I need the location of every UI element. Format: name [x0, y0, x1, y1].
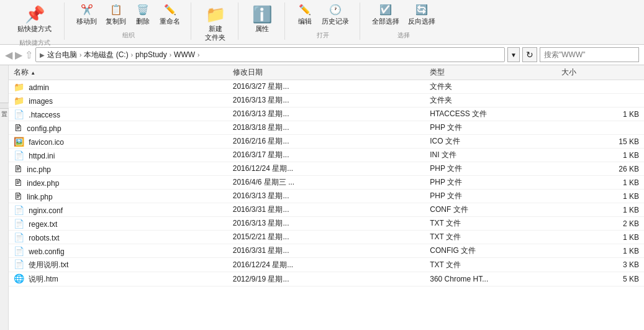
table-row[interactable]: 📄 robots.txt 2015/2/21 星期... TXT 文件 1 KB	[9, 231, 644, 244]
table-row[interactable]: 📄 .htaccess 2016/3/13 星期... HTACCESS 文件 …	[9, 108, 644, 121]
file-size: 2 KB	[556, 217, 644, 231]
copy-button[interactable]: 📋 复制到	[102, 2, 129, 27]
table-row[interactable]: 📄 nginx.conf 2016/3/31 星期... CONF 文件 1 K…	[9, 203, 644, 217]
select-all-icon: ☑️	[379, 4, 392, 17]
sort-name-icon: ▲	[30, 70, 35, 76]
history-icon: 🕐	[329, 4, 342, 17]
properties-icon: ℹ️	[252, 5, 272, 24]
file-type: 文件夹	[425, 94, 556, 108]
nav-back-icon[interactable]: ◀	[5, 49, 12, 61]
nav-up-icon[interactable]: ⇧	[25, 49, 33, 61]
file-type: 文件夹	[425, 80, 556, 94]
table-row[interactable]: 📄 regex.txt 2016/3/13 星期... TXT 文件 2 KB	[9, 217, 644, 231]
file-date: 2016/3/31 星期...	[228, 203, 425, 217]
main-area: 置 名称 ▲ 修改日期 类型 大小 📁 admin 2016/3/27	[0, 65, 644, 330]
file-size: 1 KB	[556, 108, 644, 121]
file-size: 3 KB	[556, 258, 644, 272]
file-icon: 🖹	[14, 191, 22, 201]
file-name: 使用说明.txt	[29, 260, 68, 269]
move-button[interactable]: ✂️ 移动到	[73, 2, 100, 27]
file-type: TXT 文件	[425, 231, 556, 244]
toolbar-group-new: 📁 新建 文件夹 新建	[193, 2, 238, 40]
address-bar: ◀ ▶ ⇧ ▶ 这台电脑 › 本地磁盘 (C:) › phpStudy › WW…	[0, 45, 644, 65]
file-name: .htaccess	[29, 111, 60, 119]
table-row[interactable]: 📄 web.config 2016/3/31 星期... CONFIG 文件 1…	[9, 244, 644, 258]
table-row[interactable]: 🖹 index.php 2016/4/6 星期三 ... PHP 文件 1 KB	[9, 176, 644, 190]
toolbar-group-pin-label: 贴快捷方式	[19, 36, 50, 47]
toolbar-group-organize: ✂️ 移动到 📋 复制到 🗑️ 删除 ✏️ 重命名 组织	[66, 2, 191, 40]
file-size	[556, 94, 644, 108]
file-size	[556, 121, 644, 135]
col-header-size[interactable]: 大小	[556, 65, 644, 80]
path-segment-phpstudy[interactable]: phpStudy	[135, 50, 167, 59]
path-segment-www[interactable]: WWW	[174, 50, 195, 59]
file-name: favicon.ico	[29, 138, 64, 147]
path-segment-computer[interactable]: 这台电脑	[47, 50, 77, 60]
history-button[interactable]: 🕐 历史记录	[319, 2, 352, 27]
file-icon: 🖹	[14, 164, 22, 174]
file-name: link.php	[27, 193, 52, 201]
file-name: admin	[29, 83, 49, 92]
file-type: ICO 文件	[425, 135, 556, 149]
select-all-button[interactable]: ☑️ 全部选择	[369, 2, 402, 27]
file-date: 2016/3/27 星期...	[228, 80, 425, 94]
table-row[interactable]: 🖹 inc.php 2016/12/24 星期... PHP 文件 26 KB	[9, 162, 644, 176]
path-segment-disk[interactable]: 本地磁盘 (C:)	[84, 50, 128, 60]
address-path[interactable]: ▶ 这台电脑 › 本地磁盘 (C:) › phpStudy › WWW ›	[35, 47, 505, 62]
table-row[interactable]: 🌐 说明.htm 2012/9/19 星期... 360 Chrome HT..…	[9, 272, 644, 286]
toolbar-group-select: ☑️ 全部选择 🔄 反向选择 选择	[361, 2, 446, 40]
col-header-date[interactable]: 修改日期	[228, 65, 425, 80]
table-row[interactable]: 📄 使用说明.txt 2016/12/24 星期... TXT 文件 3 KB	[9, 258, 644, 272]
toolbar-group-props: ℹ️ 属性	[240, 2, 285, 40]
invert-select-button[interactable]: 🔄 反向选择	[405, 2, 438, 27]
toolbar-group-open: ✏️ 编辑 🕐 历史记录 打开	[286, 2, 360, 40]
file-size: 1 KB	[556, 149, 644, 162]
file-icon: 📁	[14, 82, 24, 92]
toolbar-group-select-label: 选择	[397, 29, 410, 40]
search-input[interactable]	[540, 47, 639, 62]
col-header-type[interactable]: 类型	[425, 65, 556, 80]
file-icon: 📄	[14, 246, 24, 256]
file-type: CONFIG 文件	[425, 244, 556, 258]
table-row[interactable]: 🖹 config.php 2018/3/18 星期... PHP 文件	[9, 121, 644, 135]
table-row[interactable]: 🖼️ favicon.ico 2016/2/16 星期... ICO 文件 15…	[9, 135, 644, 149]
file-icon: 📄	[14, 109, 24, 119]
toolbar: 📌 贴快捷方式 贴快捷方式 ✂️ 移动到 📋 复制到 🗑️ 删除 ✏️ 重命名	[0, 0, 644, 45]
address-refresh-button[interactable]: ↻	[522, 47, 537, 62]
file-size: 1 KB	[556, 190, 644, 203]
file-name: nginx.conf	[29, 206, 63, 215]
file-type: PHP 文件	[425, 176, 556, 190]
file-name: httpd.ini	[29, 152, 55, 160]
pin-button[interactable]: 📌 贴快捷方式	[12, 2, 57, 36]
delete-icon: 🗑️	[137, 4, 149, 17]
file-size	[556, 80, 644, 94]
file-size: 15 KB	[556, 135, 644, 149]
delete-button[interactable]: 🗑️ 删除	[132, 2, 154, 27]
file-size: 1 KB	[556, 203, 644, 217]
file-name: index.php	[27, 179, 59, 188]
nav-forward-icon[interactable]: ▶	[15, 49, 22, 61]
col-header-name[interactable]: 名称 ▲	[9, 65, 228, 80]
table-row[interactable]: 📁 images 2016/3/13 星期... 文件夹	[9, 94, 644, 108]
file-icon: 📄	[14, 150, 24, 160]
file-size: 1 KB	[556, 176, 644, 190]
address-dropdown-button[interactable]: ▼	[507, 47, 520, 62]
rename-button[interactable]: ✏️ 重命名	[156, 2, 183, 27]
properties-button[interactable]: ℹ️ 属性	[247, 2, 277, 36]
file-type: PHP 文件	[425, 121, 556, 135]
file-type: 360 Chrome HT...	[425, 272, 556, 286]
file-size: 5 KB	[556, 272, 644, 286]
move-icon: ✂️	[81, 4, 93, 17]
file-type: TXT 文件	[425, 217, 556, 231]
file-size: 26 KB	[556, 162, 644, 176]
file-name: 说明.htm	[29, 275, 58, 283]
new-folder-button[interactable]: 📁 新建 文件夹	[200, 2, 230, 45]
file-icon: 🖼️	[14, 137, 24, 147]
file-icon: 🖹	[14, 123, 22, 133]
new-folder-icon: 📁	[206, 5, 225, 24]
table-row[interactable]: 📁 admin 2016/3/27 星期... 文件夹	[9, 80, 644, 94]
edit-button[interactable]: ✏️ 编辑	[294, 2, 316, 27]
toolbar-group-pin: 📌 贴快捷方式 贴快捷方式	[5, 2, 65, 40]
table-row[interactable]: 📄 httpd.ini 2016/3/17 星期... INI 文件 1 KB	[9, 149, 644, 162]
table-row[interactable]: 🖹 link.php 2016/3/13 星期... PHP 文件 1 KB	[9, 190, 644, 203]
